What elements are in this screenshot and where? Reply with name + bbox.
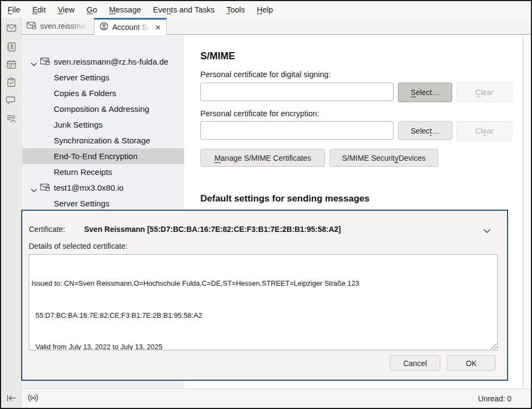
signing-cert-input[interactable] — [200, 83, 394, 101]
chevron-down-icon[interactable] — [31, 59, 37, 68]
tree-row-account[interactable]: test1@mx3.0x80.io — [22, 180, 184, 196]
tree-row-end-to-end-encryption[interactable]: End-To-End Encryption — [22, 148, 184, 164]
thunderbird-window: File Edit View Go Message Events and Tas… — [0, 0, 532, 409]
smime-heading: S/MIME — [200, 51, 235, 62]
menubar: File Edit View Go Message Events and Tas… — [1, 1, 531, 18]
tab-label: Account Se — [112, 23, 151, 32]
menu-item-go[interactable]: Go — [81, 2, 103, 17]
cancel-button[interactable]: Cancel — [390, 355, 440, 371]
menu-item-events-and-tasks[interactable]: Events and Tasks — [147, 2, 220, 17]
clear-signing-button[interactable]: Clear — [457, 83, 512, 102]
tasks-icon[interactable] — [1, 75, 21, 89]
security-devices-button[interactable]: S/MIME Security Devices — [330, 149, 438, 167]
tree-row-server-settings[interactable]: Server Settings — [22, 196, 184, 211]
tree-row-junk-settings[interactable]: Junk Settings — [22, 117, 184, 133]
clear-encryption-button[interactable]: Clear — [457, 121, 512, 140]
menu-item-file[interactable]: File — [2, 2, 26, 17]
tree-row-composition-addressing[interactable]: Composition & Addressing — [22, 101, 184, 117]
details-line: Valid from July 13, 2022 to July 13, 202… — [31, 342, 495, 350]
broadcast-icon[interactable] — [27, 393, 40, 404]
tab-account-settings[interactable]: Account Se × — [94, 18, 167, 35]
sending-defaults-heading: Default settings for sending messages — [200, 193, 370, 204]
encryption-cert-label: Personal certificate for encryption: — [200, 109, 319, 118]
menu-item-help[interactable]: Help — [251, 2, 279, 17]
menu-item-message[interactable]: Message — [103, 2, 147, 17]
account-settings-icon — [99, 22, 109, 33]
mail-lock-icon — [40, 58, 50, 67]
spaces-toolbar — [1, 18, 22, 408]
tab-mail-account[interactable]: sven.reissman — [22, 18, 94, 34]
certificate-dropdown[interactable]: Sven Reissmann [55:D7:BC:BA:16:7E:82:CE:… — [84, 225, 341, 234]
tree-row-server-settings[interactable]: Server Settings — [22, 70, 184, 85]
mail-lock-icon — [40, 184, 50, 193]
menu-item-edit[interactable]: Edit — [26, 2, 52, 17]
details-line: Issued to: CN=Sven Reissmann,O=Hochschul… — [31, 278, 495, 289]
address-book-icon[interactable] — [1, 40, 21, 54]
close-icon[interactable]: × — [155, 23, 161, 32]
mail-lock-icon — [27, 22, 36, 31]
accounts-icon[interactable] — [1, 111, 21, 125]
tree-row-account[interactable]: sven.reissmann@rz.hs-fulda.de — [22, 54, 184, 70]
tab-label: sven.reissman — [40, 22, 89, 30]
select-signing-button[interactable]: Select… — [398, 83, 452, 102]
ok-button[interactable]: OK — [447, 355, 496, 371]
details-label: Details of selected certificate: — [29, 242, 128, 250]
chevron-down-icon[interactable] — [31, 185, 37, 194]
unread-count: Unread: 0 — [478, 394, 511, 403]
certificate-select-dialog: Certificate: Sven Reissmann [55:D7:BC:BA… — [21, 210, 508, 381]
menu-item-view[interactable]: View — [52, 2, 80, 17]
details-line: 55:D7:BC:BA:16:7E:82:CE:F3:B1:7E:2B:B1:9… — [31, 310, 495, 321]
manage-certificates-button[interactable]: Manage S/MIME Certificates — [200, 149, 325, 167]
chevron-down-icon[interactable] — [483, 226, 491, 236]
menu-item-tools[interactable]: Tools — [220, 2, 251, 17]
select-encryption-button[interactable]: Select… — [398, 121, 452, 140]
certificate-label: Certificate: — [29, 225, 65, 234]
certificate-details-box[interactable]: Issued to: CN=Sven Reissmann,O=Hochschul… — [29, 254, 498, 350]
mail-space-icon[interactable] — [1, 21, 21, 35]
encryption-cert-input[interactable] — [200, 121, 394, 140]
tab-bar: sven.reissman Account Se × — [22, 18, 531, 35]
status-bar: Unread: 0 — [22, 388, 531, 408]
tree-row-return-receipts[interactable]: Return Receipts — [22, 164, 184, 180]
chat-icon[interactable] — [1, 93, 21, 107]
signing-cert-label: Personal certificate for digital signing… — [200, 70, 331, 79]
scrollbar-track[interactable] — [523, 35, 531, 388]
collapse-spaces-icon[interactable] — [1, 392, 21, 405]
calendar-icon[interactable] — [1, 57, 21, 71]
tree-row-sync-storage[interactable]: Synchronization & Storage — [22, 133, 184, 148]
tree-row-copies-folders[interactable]: Copies & Folders — [22, 85, 184, 101]
